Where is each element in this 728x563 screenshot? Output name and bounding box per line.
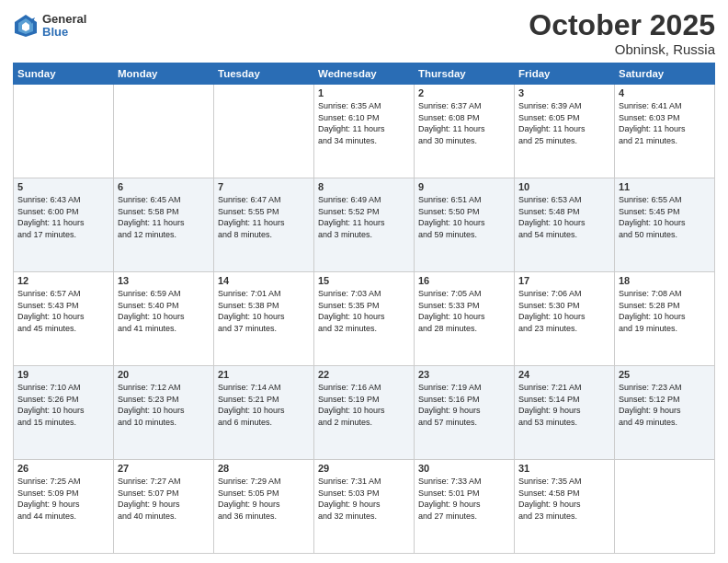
calendar-cell-2-5: 9Sunrise: 6:51 AM Sunset: 5:50 PM Daylig… [415,178,515,272]
weekday-header-thursday: Thursday [415,63,515,85]
day-info: Sunrise: 6:45 AM Sunset: 5:58 PM Dayligh… [118,194,210,240]
day-info: Sunrise: 7:27 AM Sunset: 5:07 PM Dayligh… [118,476,210,522]
calendar-cell-5-5: 30Sunrise: 7:33 AM Sunset: 5:01 PM Dayli… [415,460,515,554]
day-number: 4 [619,87,711,98]
day-number: 10 [518,181,610,192]
day-number: 28 [218,463,310,474]
day-number: 2 [418,87,510,98]
title-block: October 2025 Obninsk, Russia [529,9,715,57]
calendar-cell-3-7: 18Sunrise: 7:08 AM Sunset: 5:28 PM Dayli… [615,272,715,366]
day-info: Sunrise: 7:16 AM Sunset: 5:19 PM Dayligh… [318,382,410,428]
day-info: Sunrise: 7:14 AM Sunset: 5:21 PM Dayligh… [218,382,310,428]
day-number: 19 [17,369,109,380]
day-info: Sunrise: 6:35 AM Sunset: 6:10 PM Dayligh… [318,100,410,146]
day-number: 18 [619,275,711,286]
calendar-cell-5-6: 31Sunrise: 7:35 AM Sunset: 4:58 PM Dayli… [515,460,615,554]
weekday-header-sunday: Sunday [14,63,114,85]
day-number: 7 [218,181,310,192]
day-info: Sunrise: 7:06 AM Sunset: 5:30 PM Dayligh… [518,288,610,334]
day-number: 1 [318,87,410,98]
calendar-cell-1-6: 3Sunrise: 6:39 AM Sunset: 6:05 PM Daylig… [515,85,615,178]
day-info: Sunrise: 6:37 AM Sunset: 6:08 PM Dayligh… [418,100,510,146]
calendar-cell-1-2 [114,85,214,178]
day-number: 9 [418,181,510,192]
day-number: 12 [17,275,109,286]
day-number: 21 [218,369,310,380]
day-info: Sunrise: 6:57 AM Sunset: 5:43 PM Dayligh… [17,288,109,334]
day-info: Sunrise: 7:31 AM Sunset: 5:03 PM Dayligh… [318,476,410,522]
day-number: 11 [619,181,711,192]
day-info: Sunrise: 6:55 AM Sunset: 5:45 PM Dayligh… [619,194,711,240]
day-info: Sunrise: 7:12 AM Sunset: 5:23 PM Dayligh… [118,382,210,428]
calendar-cell-3-6: 17Sunrise: 7:06 AM Sunset: 5:30 PM Dayli… [515,272,615,366]
day-info: Sunrise: 7:29 AM Sunset: 5:05 PM Dayligh… [218,476,310,522]
day-info: Sunrise: 6:53 AM Sunset: 5:48 PM Dayligh… [518,194,610,240]
day-number: 5 [17,181,109,192]
day-number: 22 [318,369,410,380]
location: Obninsk, Russia [529,41,715,57]
calendar-cell-5-3: 28Sunrise: 7:29 AM Sunset: 5:05 PM Dayli… [214,460,314,554]
day-info: Sunrise: 7:19 AM Sunset: 5:16 PM Dayligh… [418,382,510,428]
day-info: Sunrise: 6:39 AM Sunset: 6:05 PM Dayligh… [518,100,610,146]
calendar-cell-4-6: 24Sunrise: 7:21 AM Sunset: 5:14 PM Dayli… [515,366,615,460]
weekday-header-tuesday: Tuesday [214,63,314,85]
day-number: 17 [518,275,610,286]
calendar-cell-2-4: 8Sunrise: 6:49 AM Sunset: 5:52 PM Daylig… [314,178,415,272]
week-row-4: 19Sunrise: 7:10 AM Sunset: 5:26 PM Dayli… [14,366,715,460]
calendar-cell-5-4: 29Sunrise: 7:31 AM Sunset: 5:03 PM Dayli… [314,460,415,554]
logo-general-text: General [42,13,86,26]
calendar-cell-2-7: 11Sunrise: 6:55 AM Sunset: 5:45 PM Dayli… [615,178,715,272]
calendar-cell-4-5: 23Sunrise: 7:19 AM Sunset: 5:16 PM Dayli… [415,366,515,460]
calendar-cell-4-1: 19Sunrise: 7:10 AM Sunset: 5:26 PM Dayli… [14,366,114,460]
month-title: October 2025 [529,9,715,41]
day-number: 30 [418,463,510,474]
day-info: Sunrise: 7:33 AM Sunset: 5:01 PM Dayligh… [418,476,510,522]
day-number: 27 [118,463,210,474]
day-number: 14 [218,275,310,286]
day-number: 20 [118,369,210,380]
day-info: Sunrise: 7:25 AM Sunset: 5:09 PM Dayligh… [17,476,109,522]
day-number: 16 [418,275,510,286]
day-info: Sunrise: 6:43 AM Sunset: 6:00 PM Dayligh… [17,194,109,240]
day-info: Sunrise: 7:03 AM Sunset: 5:35 PM Dayligh… [318,288,410,334]
calendar-cell-2-3: 7Sunrise: 6:47 AM Sunset: 5:55 PM Daylig… [214,178,314,272]
day-number: 6 [118,181,210,192]
calendar-cell-4-7: 25Sunrise: 7:23 AM Sunset: 5:12 PM Dayli… [615,366,715,460]
day-number: 3 [518,87,610,98]
calendar-cell-1-1 [14,85,114,178]
calendar-cell-4-2: 20Sunrise: 7:12 AM Sunset: 5:23 PM Dayli… [114,366,214,460]
day-info: Sunrise: 6:51 AM Sunset: 5:50 PM Dayligh… [418,194,510,240]
header: General Blue October 2025 Obninsk, Russi… [13,9,715,57]
day-info: Sunrise: 6:41 AM Sunset: 6:03 PM Dayligh… [619,100,711,146]
day-info: Sunrise: 6:49 AM Sunset: 5:52 PM Dayligh… [318,194,410,240]
day-info: Sunrise: 6:59 AM Sunset: 5:40 PM Dayligh… [118,288,210,334]
calendar-cell-3-5: 16Sunrise: 7:05 AM Sunset: 5:33 PM Dayli… [415,272,515,366]
weekday-header-wednesday: Wednesday [314,63,415,85]
logo-blue-text: Blue [42,26,86,39]
day-number: 24 [518,369,610,380]
calendar-cell-4-4: 22Sunrise: 7:16 AM Sunset: 5:19 PM Dayli… [314,366,415,460]
calendar-table: SundayMondayTuesdayWednesdayThursdayFrid… [13,63,715,554]
day-number: 31 [518,463,610,474]
calendar-cell-3-1: 12Sunrise: 6:57 AM Sunset: 5:43 PM Dayli… [14,272,114,366]
logo: General Blue [13,13,86,40]
weekday-header-monday: Monday [114,63,214,85]
day-info: Sunrise: 7:23 AM Sunset: 5:12 PM Dayligh… [619,382,711,428]
calendar-cell-4-3: 21Sunrise: 7:14 AM Sunset: 5:21 PM Dayli… [214,366,314,460]
day-info: Sunrise: 7:35 AM Sunset: 4:58 PM Dayligh… [518,476,610,522]
calendar-cell-2-6: 10Sunrise: 6:53 AM Sunset: 5:48 PM Dayli… [515,178,615,272]
calendar-cell-5-7 [615,460,715,554]
week-row-1: 1Sunrise: 6:35 AM Sunset: 6:10 PM Daylig… [14,85,715,178]
day-number: 8 [318,181,410,192]
calendar-cell-5-1: 26Sunrise: 7:25 AM Sunset: 5:09 PM Dayli… [14,460,114,554]
day-info: Sunrise: 7:01 AM Sunset: 5:38 PM Dayligh… [218,288,310,334]
day-number: 23 [418,369,510,380]
day-info: Sunrise: 7:10 AM Sunset: 5:26 PM Dayligh… [17,382,109,428]
weekday-header-row: SundayMondayTuesdayWednesdayThursdayFrid… [14,63,715,85]
calendar-cell-2-2: 6Sunrise: 6:45 AM Sunset: 5:58 PM Daylig… [114,178,214,272]
calendar-cell-1-5: 2Sunrise: 6:37 AM Sunset: 6:08 PM Daylig… [415,85,515,178]
day-info: Sunrise: 7:21 AM Sunset: 5:14 PM Dayligh… [518,382,610,428]
day-number: 25 [619,369,711,380]
day-number: 13 [118,275,210,286]
day-info: Sunrise: 7:05 AM Sunset: 5:33 PM Dayligh… [418,288,510,334]
